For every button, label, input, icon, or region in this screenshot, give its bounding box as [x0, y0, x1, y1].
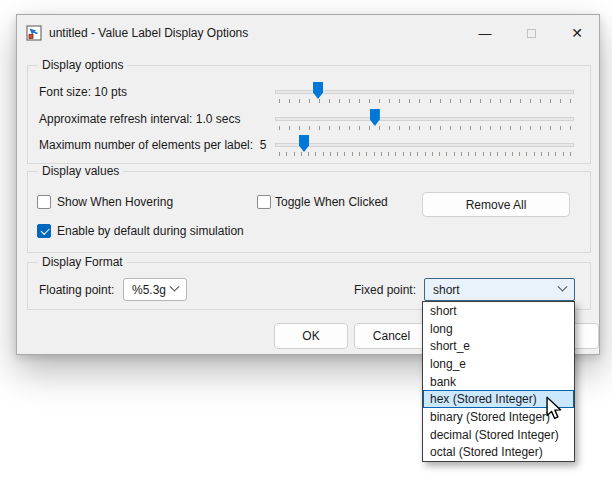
- dropdown-item[interactable]: short: [423, 302, 574, 320]
- simulink-model-icon: [26, 25, 42, 41]
- max-elements-label: Maximum number of elements per label: 5: [39, 137, 266, 153]
- show-when-hovering-label: Show When Hovering: [57, 194, 173, 210]
- floating-point-combobox[interactable]: %5.3g: [123, 278, 187, 301]
- floating-point-label: Floating point:: [39, 282, 114, 298]
- fixed-point-dropdown-list: shortlongshort_elong_ebankhex (Stored In…: [422, 301, 575, 462]
- dropdown-item[interactable]: short_e: [423, 337, 574, 355]
- dropdown-item[interactable]: long_e: [423, 355, 574, 373]
- close-button[interactable]: ✕: [563, 21, 591, 45]
- display-options-group: Display options Font size: 10 pts Approx…: [27, 65, 591, 164]
- window-title: untitled - Value Label Display Options: [49, 26, 248, 40]
- maximize-button-disabled: [517, 21, 545, 45]
- remove-all-button[interactable]: Remove All: [422, 192, 570, 217]
- display-options-title: Display options: [38, 58, 127, 72]
- chevron-down-icon: [170, 282, 180, 292]
- display-values-title: Display values: [38, 164, 123, 178]
- slider-track[interactable]: [275, 143, 574, 147]
- slider-thumb[interactable]: [370, 109, 380, 126]
- chevron-down-icon: [558, 282, 568, 292]
- window-controls: — ✕: [471, 21, 591, 45]
- dropdown-item[interactable]: long: [423, 320, 574, 338]
- floating-point-value: %5.3g: [132, 283, 166, 297]
- enable-by-default-label: Enable by default during simulation: [57, 223, 244, 239]
- display-values-group: Display values Show When Hovering Toggle…: [27, 171, 591, 253]
- max-elements-slider[interactable]: [275, 134, 574, 158]
- slider-ticks: [279, 99, 570, 104]
- show-when-hovering-checkbox[interactable]: [37, 195, 51, 209]
- ok-button[interactable]: OK: [274, 323, 348, 349]
- cancel-button[interactable]: Cancel: [354, 323, 429, 349]
- slider-thumb[interactable]: [313, 82, 323, 99]
- refresh-interval-label: Approximate refresh interval: 1.0 secs: [39, 111, 240, 127]
- toggle-when-clicked-checkbox[interactable]: [257, 195, 271, 209]
- enable-by-default-checkbox[interactable]: [37, 224, 51, 238]
- font-size-slider[interactable]: [275, 81, 574, 105]
- dropdown-item[interactable]: bank: [423, 373, 574, 391]
- slider-ticks: [279, 126, 570, 131]
- display-format-title: Display Format: [38, 255, 127, 269]
- screen: untitled - Value Label Display Options —…: [0, 0, 612, 479]
- font-size-label: Font size: 10 pts: [39, 84, 127, 100]
- maximize-icon: [527, 29, 536, 38]
- refresh-interval-slider[interactable]: [275, 108, 574, 132]
- dropdown-item[interactable]: octal (Stored Integer): [423, 443, 574, 461]
- slider-track[interactable]: [275, 117, 574, 121]
- fixed-point-label: Fixed point:: [354, 282, 416, 298]
- slider-thumb[interactable]: [299, 135, 309, 152]
- mouse-cursor: [544, 396, 564, 420]
- toggle-when-clicked-label: Toggle When Clicked: [275, 194, 388, 210]
- fixed-point-value: short: [433, 283, 460, 297]
- minimize-button[interactable]: —: [471, 21, 499, 45]
- fixed-point-combobox[interactable]: short: [424, 278, 575, 301]
- dropdown-item[interactable]: decimal (Stored Integer): [423, 426, 574, 444]
- slider-ticks: [279, 152, 570, 157]
